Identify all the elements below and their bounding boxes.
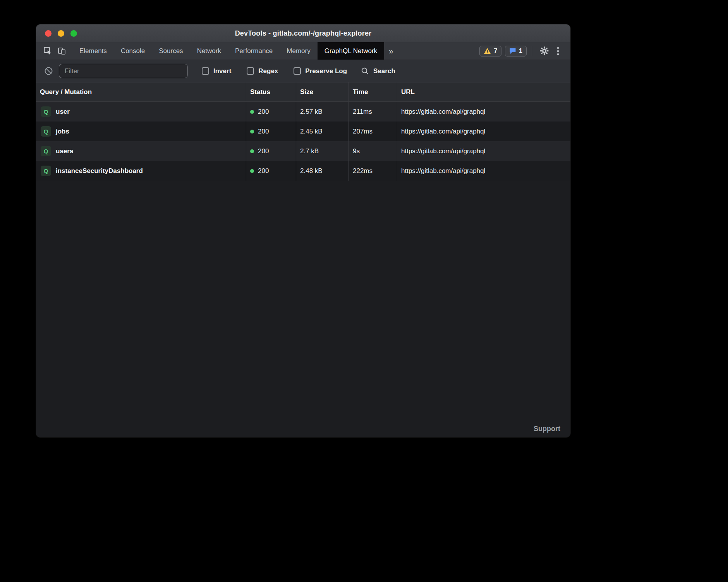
request-row-instancesecuritydashboard[interactable]: QinstanceSecurityDashboard2002.48 kB222m… [36,161,570,181]
url-cell: https://gitlab.com/api/graphql [397,102,570,122]
message-icon [509,48,516,54]
column-header-url[interactable]: URL [397,82,570,101]
filter-input[interactable] [59,64,188,78]
checkbox-box[interactable] [202,67,209,75]
block-icon[interactable] [44,67,53,75]
warnings-badge[interactable]: 7 [479,46,501,56]
checkbox-label: Preserve Log [305,67,347,75]
time-cell: 207ms [349,122,397,141]
inspect-element-icon[interactable] [41,44,55,58]
status-code: 200 [258,147,269,155]
warning-count: 7 [494,48,497,55]
traffic-lights [45,24,77,42]
size-cell: 2.7 kB [296,141,349,161]
tab-console[interactable]: Console [114,42,152,60]
titlebar[interactable]: DevTools - gitlab.com/-/graphql-explorer [36,24,570,42]
checkbox-box[interactable] [247,67,254,75]
size-cell: 2.45 kB [296,122,349,141]
status-badges: 7 1 [479,46,527,56]
request-row-user[interactable]: Quser2002.57 kB211mshttps://gitlab.com/a… [36,102,570,122]
query-name: users [56,147,73,155]
table-body: Quser2002.57 kB211mshttps://gitlab.com/a… [36,102,570,437]
window-title: DevTools - gitlab.com/-/graphql-explorer [235,29,372,38]
checkbox-preserve-log[interactable]: Preserve Log [294,67,347,75]
status-dot-icon [250,130,254,134]
checkbox-box[interactable] [294,67,301,75]
url-cell: https://gitlab.com/api/graphql [397,141,570,161]
size-cell: 2.48 kB [296,161,349,181]
devtools-tabbar: ElementsConsoleSourcesNetworkPerformance… [36,42,570,60]
size-cell: 2.57 kB [296,102,349,122]
support-link[interactable]: Support [534,425,560,433]
query-type-badge: Q [41,126,51,137]
tab-performance[interactable]: Performance [228,42,280,60]
query-type-badge: Q [41,106,51,117]
search-icon [361,67,369,75]
tab-network[interactable]: Network [190,42,228,60]
status-cell: 200 [246,122,296,141]
checkbox-invert[interactable]: Invert [202,67,231,75]
query-type-badge: Q [41,146,51,156]
more-tabs-button[interactable]: » [384,46,398,56]
query-cell: Qusers [36,141,246,161]
query-type-badge: Q [41,166,51,176]
query-cell: QinstanceSecurityDashboard [36,161,246,181]
time-cell: 222ms [349,161,397,181]
status-cell: 200 [246,102,296,122]
status-code: 200 [258,167,269,175]
device-toolbar-icon[interactable] [55,44,69,58]
tab-sources[interactable]: Sources [152,42,190,60]
status-cell: 200 [246,161,296,181]
checkbox-regex[interactable]: Regex [247,67,278,75]
time-cell: 9s [349,141,397,161]
tab-elements[interactable]: Elements [72,42,114,60]
toolbar-divider [532,46,532,56]
filter-toolbar: InvertRegexPreserve Log Search [36,60,570,82]
tab-memory[interactable]: Memory [280,42,317,60]
status-code: 200 [258,108,269,116]
request-row-users[interactable]: Qusers2002.7 kB9shttps://gitlab.com/api/… [36,141,570,161]
close-button[interactable] [45,30,52,37]
warning-icon [484,48,491,54]
column-header-query-mutation[interactable]: Query / Mutation [36,82,246,101]
column-header-size[interactable]: Size [296,82,349,101]
minimize-button[interactable] [58,30,64,37]
devtools-window: DevTools - gitlab.com/-/graphql-explorer… [36,24,570,437]
status-cell: 200 [246,141,296,161]
query-cell: Qjobs [36,122,246,141]
issues-count: 1 [519,48,522,55]
search-label: Search [373,67,395,75]
request-row-jobs[interactable]: Qjobs2002.45 kB207mshttps://gitlab.com/a… [36,122,570,141]
status-code: 200 [258,128,269,135]
query-name: jobs [56,128,69,135]
status-dot-icon [250,169,254,173]
kebab-menu-icon[interactable] [551,44,565,58]
issues-badge[interactable]: 1 [505,46,527,56]
url-cell: https://gitlab.com/api/graphql [397,161,570,181]
settings-gear-icon[interactable] [537,44,551,58]
status-dot-icon [250,110,254,114]
query-name: instanceSecurityDashboard [56,167,143,175]
query-name: user [56,108,70,116]
table-header: Query / MutationStatusSizeTimeURL [36,82,570,102]
zoom-button[interactable] [70,30,77,37]
column-header-time[interactable]: Time [349,82,397,101]
status-dot-icon [250,149,254,153]
search-button[interactable]: Search [361,67,395,75]
url-cell: https://gitlab.com/api/graphql [397,122,570,141]
tab-graphql-network[interactable]: GraphQL Network [318,42,384,60]
time-cell: 211ms [349,102,397,122]
tab-strip: ElementsConsoleSourcesNetworkPerformance… [72,42,384,60]
checkbox-label: Invert [213,67,231,75]
query-cell: Quser [36,102,246,122]
filter-checkboxes: InvertRegexPreserve Log [202,67,347,75]
checkbox-label: Regex [258,67,278,75]
column-header-status[interactable]: Status [246,82,296,101]
